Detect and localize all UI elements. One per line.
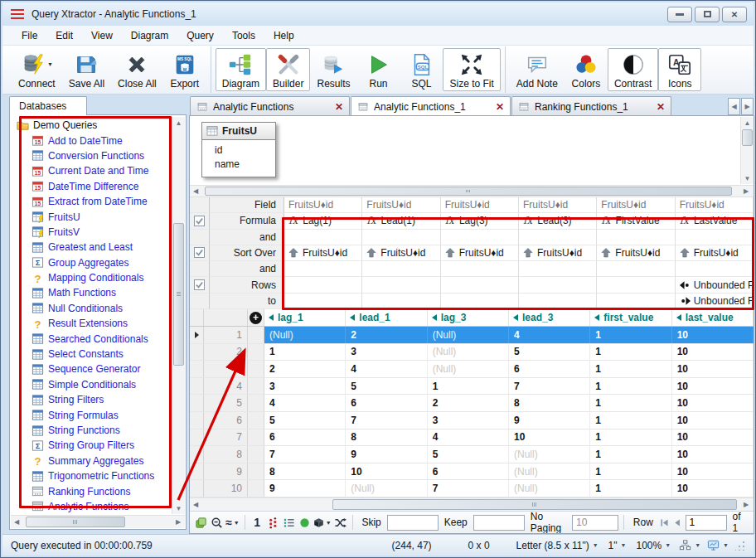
qcell-field-1[interactable]: FruitsU♦id: [362, 197, 440, 213]
tree-item-searched-conditionals[interactable]: Searched Conditionals: [11, 331, 172, 346]
cell-first_value-8[interactable]: 1: [590, 446, 671, 463]
sql-button[interactable]: SQLSQL: [400, 48, 443, 91]
tree-item-analytic-functions[interactable]: Analytic Functions: [11, 499, 172, 514]
tree-item-add-to-datetime[interactable]: 15Add to DateTime: [11, 133, 172, 148]
table-row-4[interactable]: 43517110: [190, 378, 754, 395]
qcell-formula-3[interactable]: fxLead(3): [519, 213, 597, 229]
qcell-formula-4[interactable]: fxFirstValue: [597, 213, 675, 229]
cell-lag_3-6[interactable]: 3: [428, 412, 509, 429]
chevron-down-icon[interactable]: ▼: [47, 61, 53, 67]
tree-item-fruitsv[interactable]: FruitsV: [11, 225, 172, 240]
cell-lag_3-5[interactable]: 2: [428, 395, 509, 411]
qcell-and1-2[interactable]: [441, 230, 519, 245]
cell-lead_3-5[interactable]: 8: [509, 395, 590, 411]
cell-lead_3-7[interactable]: 10: [509, 429, 590, 446]
diagram-vscroll-thumb[interactable]: [742, 129, 753, 146]
tree-item-math-functions[interactable]: Math Functions: [11, 285, 172, 300]
tab-analytic-functions[interactable]: Analytic Functions✕: [190, 96, 350, 116]
column-header-lead_3[interactable]: lead_3: [509, 309, 590, 326]
tab-ranking-functions_1[interactable]: Ranking Functions_1✕: [511, 96, 671, 116]
checkbox-formula[interactable]: [190, 213, 210, 229]
qcell-formula-1[interactable]: fxLead(1): [362, 213, 440, 229]
tab-close-icon[interactable]: ✕: [335, 101, 343, 113]
qcell-sort-4[interactable]: FruitsU♦id: [597, 245, 675, 261]
auto-size-columns-icon[interactable]: [194, 514, 208, 531]
cube-icon[interactable]: ▼: [313, 514, 332, 531]
tree-horizontal-scrollbar[interactable]: ◀ ▶: [11, 515, 185, 528]
status-layout-button[interactable]: ▼: [679, 539, 700, 551]
tree-item-extract-from-datetime[interactable]: 15Extract from DateTime: [11, 194, 172, 209]
cell-last_value-10[interactable]: 10: [672, 480, 754, 497]
menu-item-help[interactable]: Help: [264, 27, 303, 44]
save-all-button[interactable]: Save All: [62, 48, 111, 91]
column-header-lag_3[interactable]: lag_3: [428, 309, 509, 326]
tree-item-ranking-functions[interactable]: Ranking Functions: [11, 483, 172, 498]
table-row-3[interactable]: 324(Null)6110: [190, 361, 754, 378]
qcell-and1-1[interactable]: [362, 230, 440, 245]
menu-item-view[interactable]: View: [82, 27, 122, 44]
table-row-8[interactable]: 8795(Null)110: [190, 446, 754, 463]
qcell-and1-5[interactable]: [676, 230, 754, 245]
cell-lag_3-3[interactable]: (Null): [428, 361, 509, 377]
table-row-2[interactable]: 213(Null)5110: [190, 344, 754, 361]
cell-lag_1-1[interactable]: (Null): [264, 327, 346, 343]
cell-last_value-1[interactable]: 10: [672, 327, 754, 343]
sort-checkbox[interactable]: [194, 247, 205, 258]
diagram-canvas[interactable]: FruitsU id name: [190, 116, 754, 185]
status-dot-icon[interactable]: [298, 514, 312, 531]
table-row-5[interactable]: 54628110: [190, 395, 754, 412]
qcell-to-4[interactable]: [597, 294, 675, 309]
qcell-to-5[interactable]: Unbounded Follo: [676, 294, 754, 309]
cell-first_value-7[interactable]: 1: [590, 429, 671, 446]
restore-button[interactable]: [695, 7, 720, 22]
tree-item-demo-queries[interactable]: Demo Queries: [11, 118, 172, 133]
table-row-6[interactable]: 65739110: [190, 412, 754, 429]
qcell-formula-2[interactable]: fxLag(3): [441, 213, 519, 229]
cell-lead_1-2[interactable]: 3: [346, 344, 427, 361]
cell-lead_1-6[interactable]: 7: [346, 412, 427, 429]
qcell-field-3[interactable]: FruitsU♦id: [519, 197, 597, 213]
formula-checkbox[interactable]: [194, 216, 205, 226]
qcell-sort-3[interactable]: FruitsU♦id: [519, 245, 597, 261]
qcell-formula-0[interactable]: fxLag(1): [284, 213, 362, 229]
tree-item-trigonometric-functions[interactable]: Trigonometric Functions: [11, 468, 172, 483]
qcell-and1-3[interactable]: [519, 230, 597, 245]
tab-close-icon[interactable]: ✕: [657, 101, 665, 113]
tree-item-string-group-filters[interactable]: ΣString Group Filters: [11, 438, 172, 453]
cell-first_value-9[interactable]: 1: [590, 463, 671, 480]
entity-field-id[interactable]: id: [215, 143, 275, 158]
tree-item-mapping-conditionals[interactable]: ?Mapping Conditionals: [11, 270, 172, 285]
list-view-icon[interactable]: [282, 514, 296, 531]
cell-lag_1-9[interactable]: 8: [264, 463, 346, 480]
minimize-button[interactable]: [667, 7, 692, 22]
scroll-left-icon[interactable]: ◀: [190, 501, 201, 508]
row-count-icon[interactable]: 1: [250, 514, 264, 531]
cell-last_value-6[interactable]: 10: [672, 412, 754, 429]
add-note-button[interactable]: Add Note: [510, 48, 565, 91]
qcell-rows-0[interactable]: [284, 277, 362, 293]
qcell-sort-0[interactable]: FruitsU♦id: [284, 245, 362, 261]
status-zoom[interactable]: 100%▼: [636, 540, 671, 551]
cell-lag_3-1[interactable]: (Null): [428, 327, 509, 343]
scroll-right-icon[interactable]: ▶: [172, 518, 184, 526]
approx-filter-icon[interactable]: ≈▼: [225, 514, 240, 531]
qcell-and2-0[interactable]: [284, 261, 362, 277]
qcell-rows-1[interactable]: [362, 277, 440, 293]
cell-last_value-9[interactable]: 10: [672, 463, 754, 480]
builder-button[interactable]: Builder: [266, 48, 310, 91]
qcell-rows-2[interactable]: [441, 277, 519, 293]
cell-lag_3-4[interactable]: 1: [428, 378, 509, 395]
contrast-button[interactable]: Contrast: [608, 48, 658, 91]
colors-button[interactable]: Colors: [565, 48, 608, 91]
skip-input[interactable]: [387, 515, 439, 531]
tree-item-datetime-difference[interactable]: 15DateTime Difference: [11, 179, 172, 194]
tab-scroll-right-icon[interactable]: ▶: [741, 98, 754, 115]
scroll-right-icon[interactable]: ▶: [740, 501, 752, 508]
cell-last_value-5[interactable]: 10: [672, 395, 754, 411]
app-menu-icon[interactable]: [11, 9, 24, 19]
tree-item-null-conditionals[interactable]: Null Conditionals: [11, 301, 172, 316]
first-row-button[interactable]: [659, 515, 671, 530]
cell-last_value-8[interactable]: 10: [672, 446, 754, 463]
tree-item-fruitsu[interactable]: FruitsU: [11, 209, 172, 224]
qcell-sort-1[interactable]: FruitsU♦id: [362, 245, 440, 261]
